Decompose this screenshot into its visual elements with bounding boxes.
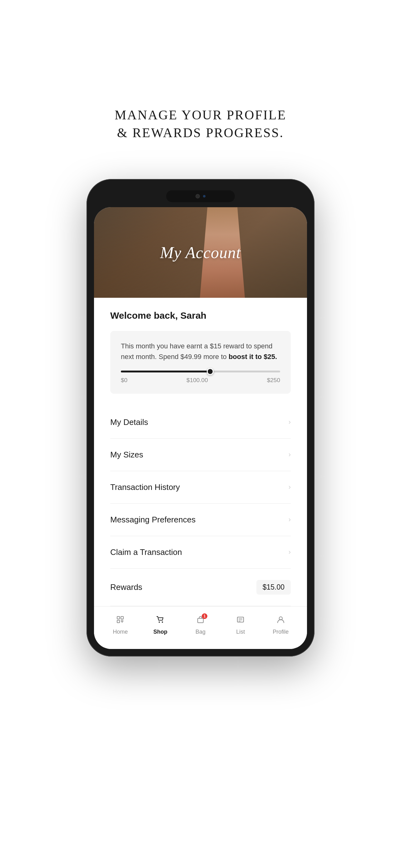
progress-labels: $0 $100.00 $250 [121, 377, 280, 384]
svg-rect-2 [121, 617, 123, 619]
nav-label-shop: Shop [153, 629, 167, 635]
nav-item-profile[interactable]: Profile [267, 615, 295, 635]
hero-banner: My Account [94, 207, 307, 298]
menu-item-claim-transaction[interactable]: Claim a Transaction › [110, 536, 291, 569]
menu-item-claim-transaction-label: Claim a Transaction [110, 548, 182, 557]
headline: MANAGE YOUR PROFILE & REWARDS PROGRESS. [114, 106, 287, 142]
rewards-row-value: $15.00 [257, 580, 291, 595]
nav-label-home: Home [113, 629, 128, 635]
nav-item-list[interactable]: List [226, 615, 255, 635]
menu-item-my-details-label: My Details [110, 417, 148, 427]
list-icon [236, 615, 245, 626]
headline-line1: MANAGE YOUR PROFILE [114, 108, 287, 122]
phone-screen: My Account Welcome back, Sarah This mont… [94, 207, 307, 649]
phone-notch-bar [94, 187, 307, 207]
profile-icon [276, 615, 285, 626]
svg-rect-1 [117, 620, 120, 623]
menu-item-messaging-preferences[interactable]: Messaging Preferences › [110, 504, 291, 536]
nav-label-profile: Profile [273, 629, 289, 635]
progress-fill [121, 371, 210, 372]
svg-point-7 [162, 621, 163, 623]
progress-label-left: $0 [121, 377, 127, 384]
svg-point-6 [159, 621, 160, 623]
menu-item-my-sizes[interactable]: My Sizes › [110, 439, 291, 471]
hero-title: My Account [160, 243, 241, 262]
progress-label-mid: $100.00 [187, 377, 208, 384]
shop-icon [156, 615, 165, 626]
headline-line2: & REWARDS PROGRESS. [117, 126, 284, 140]
page-wrapper: MANAGE YOUR PROFILE & REWARDS PROGRESS. … [0, 0, 401, 868]
menu-item-messaging-preferences-label: Messaging Preferences [110, 515, 196, 525]
notch-dot [203, 195, 205, 197]
chevron-right-icon: › [289, 418, 291, 426]
nav-item-bag[interactable]: 1 Bag [187, 615, 214, 635]
svg-rect-8 [198, 618, 203, 623]
chevron-right-icon: › [289, 516, 291, 524]
nav-item-shop[interactable]: Shop [146, 615, 175, 635]
progress-track [121, 371, 280, 372]
rewards-row-label: Rewards [110, 582, 142, 592]
menu-item-my-details[interactable]: My Details › [110, 406, 291, 439]
bag-icon: 1 [196, 615, 205, 626]
phone-frame: My Account Welcome back, Sarah This mont… [87, 179, 314, 656]
welcome-text: Welcome back, Sarah [110, 310, 291, 321]
menu-item-my-sizes-label: My Sizes [110, 450, 143, 460]
nav-label-list: List [236, 629, 245, 635]
phone-notch [166, 190, 235, 202]
chevron-right-icon: › [289, 548, 291, 556]
menu-item-transaction-history[interactable]: Transaction History › [110, 471, 291, 504]
rewards-card: This month you have earnt a $15 reward t… [110, 331, 291, 393]
nav-label-bag: Bag [196, 629, 205, 635]
rewards-row[interactable]: Rewards $15.00 [110, 569, 291, 606]
menu-list: My Details › My Sizes › Transaction Hist… [110, 406, 291, 569]
nav-item-home[interactable]: Home [106, 615, 134, 635]
progress-thumb[interactable] [207, 368, 213, 375]
bottom-nav: Home Shop [94, 606, 307, 649]
menu-item-transaction-history-label: Transaction History [110, 483, 180, 492]
chevron-right-icon: › [289, 451, 291, 459]
notch-camera [196, 194, 200, 198]
bag-badge: 1 [202, 613, 207, 619]
home-icon [116, 615, 125, 626]
rewards-description: This month you have earnt a $15 reward t… [121, 341, 280, 362]
chevron-right-icon: › [289, 483, 291, 491]
progress-label-right: $250 [267, 377, 280, 384]
content-area: Welcome back, Sarah This month you have … [94, 298, 307, 606]
rewards-boost-text: boost it to $25. [229, 353, 277, 361]
progress-container: $0 $100.00 $250 [121, 371, 280, 384]
svg-rect-0 [117, 617, 120, 619]
